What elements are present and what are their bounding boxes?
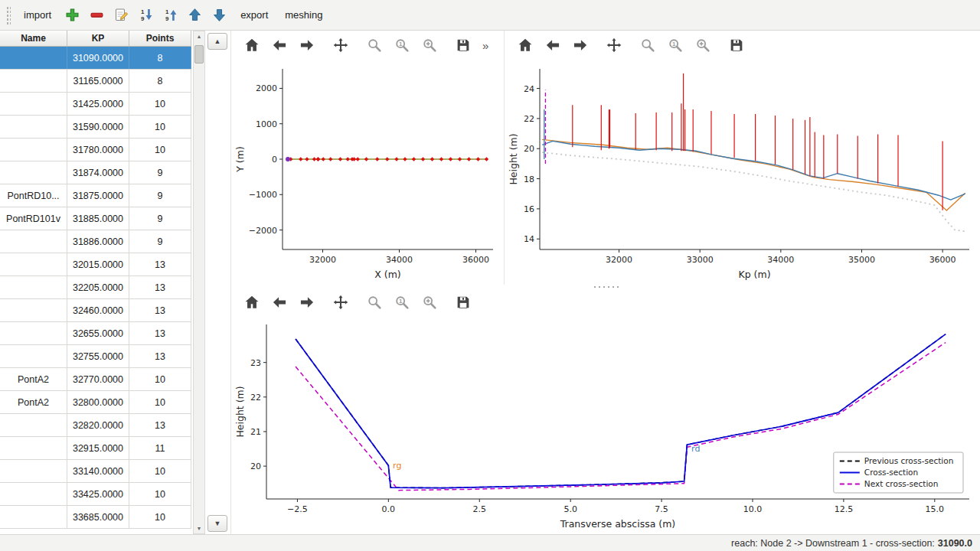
svg-text:1000: 1000 xyxy=(256,119,277,129)
pan-button[interactable] xyxy=(329,34,352,57)
menu-export[interactable]: export xyxy=(234,5,275,24)
table-row[interactable]: 32755.000013 xyxy=(0,345,191,368)
table-row[interactable]: 31090.00008 xyxy=(0,47,191,70)
cell-kp: 31590.0000 xyxy=(67,116,129,138)
zoom-rect-button[interactable] xyxy=(418,291,441,314)
move-down-button[interactable] xyxy=(208,4,230,26)
zoom-rect-button[interactable] xyxy=(691,34,714,57)
table-row[interactable]: 32820.000013 xyxy=(0,414,191,437)
table-row[interactable]: 31425.000010 xyxy=(0,93,191,116)
table-row[interactable]: 31886.00009 xyxy=(0,230,191,253)
zoom-button[interactable] xyxy=(636,34,659,57)
zoom-original-button[interactable]: 1 xyxy=(390,34,413,57)
home-button[interactable] xyxy=(240,34,263,57)
cell-name xyxy=(0,139,67,161)
cell-points: 10 xyxy=(129,139,191,161)
home-button[interactable] xyxy=(240,291,263,314)
scrollbar-track[interactable] xyxy=(194,41,204,523)
plan-view-figure: 320003400036000−2000−1000010002000X (m)Y… xyxy=(231,60,504,285)
cell-points: 13 xyxy=(129,322,191,344)
top-charts-row: 1» 320003400036000−2000−1000010002000X (… xyxy=(231,31,980,285)
save-button[interactable] xyxy=(452,34,475,57)
table-row[interactable]: 31874.00009 xyxy=(0,161,191,184)
edit-button[interactable] xyxy=(110,4,132,26)
svg-text:18: 18 xyxy=(524,174,534,184)
zoom-button[interactable] xyxy=(363,291,386,314)
svg-text:1: 1 xyxy=(399,41,403,47)
table-row[interactable]: 33685.000010 xyxy=(0,506,191,529)
sort-ascending-button[interactable]: 19 xyxy=(159,4,181,26)
cross-section-figure: −2.50.02.55.07.510.012.515.020212223Tran… xyxy=(231,315,980,534)
move-up-button[interactable] xyxy=(184,4,206,26)
table-header: Name KP Points xyxy=(0,31,191,47)
back-button[interactable] xyxy=(268,291,291,314)
zoom-original-button[interactable]: 1 xyxy=(664,34,687,57)
table-row[interactable]: PontRD101v31885.00009 xyxy=(0,207,191,230)
long-profile-chart[interactable]: 3200033000340003500036000141618202224Kp … xyxy=(505,60,980,285)
table-body: 31090.0000831165.0000831425.00001031590.… xyxy=(0,47,191,534)
table-row[interactable]: PontA232770.000010 xyxy=(0,368,191,391)
table-row[interactable]: 32205.000013 xyxy=(0,276,191,299)
pan-button[interactable] xyxy=(329,291,352,314)
table-row[interactable]: 32655.000013 xyxy=(0,322,191,345)
table-row[interactable]: 33140.000010 xyxy=(0,460,191,483)
scrollbar-down-icon[interactable]: ▼ xyxy=(194,523,204,533)
home-icon xyxy=(243,294,260,311)
svg-text:Cross-section: Cross-section xyxy=(864,468,918,477)
svg-text:−2000: −2000 xyxy=(249,226,277,236)
menu-meshing[interactable]: meshing xyxy=(278,5,329,24)
table-row[interactable]: 31590.000010 xyxy=(0,116,191,139)
zoom-original-button[interactable]: 1 xyxy=(390,291,413,314)
table-row[interactable]: PontA232800.000010 xyxy=(0,391,191,414)
save-button[interactable] xyxy=(725,34,748,57)
cell-points: 9 xyxy=(129,161,191,184)
column-header-points[interactable]: Points xyxy=(129,31,191,46)
cell-name: PontA2 xyxy=(0,368,67,390)
charts-panel: 1» 320003400036000−2000−1000010002000X (… xyxy=(231,31,980,534)
column-header-kp[interactable]: KP xyxy=(67,31,129,46)
home-button[interactable] xyxy=(514,34,537,57)
back-button[interactable] xyxy=(268,34,291,57)
scrollbar-up-icon[interactable]: ▲ xyxy=(194,31,204,41)
svg-text:22: 22 xyxy=(250,393,261,403)
table-row[interactable]: 32915.000011 xyxy=(0,437,191,460)
row-down-button[interactable]: ▼ xyxy=(207,515,227,532)
toolbar-drag-handle[interactable] xyxy=(6,6,11,24)
table-row[interactable]: 32015.000013 xyxy=(0,253,191,276)
save-button[interactable] xyxy=(452,291,475,314)
toolbar-overflow-chevron[interactable]: » xyxy=(482,39,488,52)
main-toolbar: import 1919 export meshing xyxy=(0,0,980,31)
add-button[interactable] xyxy=(61,4,83,26)
svg-text:Height (m): Height (m) xyxy=(234,386,246,437)
back-button[interactable] xyxy=(541,34,564,57)
table-row[interactable]: 32460.000013 xyxy=(0,299,191,322)
table-row[interactable]: 31165.00008 xyxy=(0,70,191,93)
svg-text:0.0: 0.0 xyxy=(382,504,396,514)
forward-button[interactable] xyxy=(296,34,318,57)
forward-button[interactable] xyxy=(296,291,318,314)
table-row[interactable]: PontRD10...31875.00009 xyxy=(0,184,191,207)
cross-section-chart[interactable]: −2.50.02.55.07.510.012.515.020212223Tran… xyxy=(231,315,980,534)
table-row[interactable]: 31780.000010 xyxy=(0,139,191,161)
cell-points: 13 xyxy=(129,345,191,367)
svg-text:35000: 35000 xyxy=(848,255,875,265)
menu-import[interactable]: import xyxy=(17,5,58,24)
table-scrollbar[interactable]: ▲ ▼ xyxy=(193,31,205,534)
zoom-button[interactable] xyxy=(363,34,386,57)
plan-view-chart[interactable]: 320003400036000−2000−1000010002000X (m)Y… xyxy=(231,60,504,285)
row-up-button[interactable]: ▲ xyxy=(207,33,227,50)
svg-text:9: 9 xyxy=(141,15,145,22)
zoom-rect-button[interactable] xyxy=(418,34,441,57)
cell-points: 8 xyxy=(129,47,191,69)
zoom-original-icon: 1 xyxy=(667,37,684,54)
sort-descending-button[interactable]: 19 xyxy=(135,4,157,26)
pan-button[interactable] xyxy=(603,34,626,57)
remove-button[interactable] xyxy=(86,4,108,26)
table-row[interactable]: 33425.000010 xyxy=(0,483,191,506)
svg-text:22: 22 xyxy=(524,114,534,124)
column-header-name[interactable]: Name xyxy=(0,31,67,46)
svg-text:10.0: 10.0 xyxy=(743,504,763,514)
forward-button[interactable] xyxy=(569,34,592,57)
scrollbar-thumb[interactable] xyxy=(194,45,204,64)
cell-kp: 32205.0000 xyxy=(67,276,129,298)
